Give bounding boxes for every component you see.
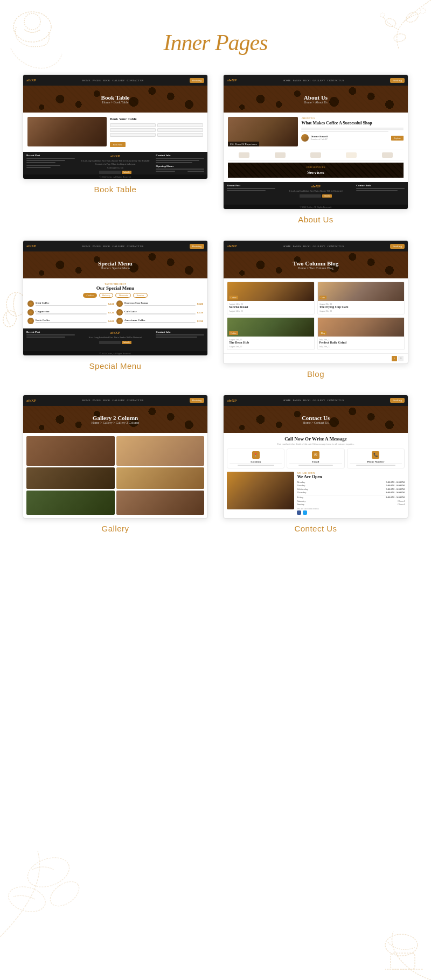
form-input bbox=[157, 123, 203, 127]
form-input bbox=[110, 133, 156, 137]
mock-nav-about: afeXP HOME PAGES BLOG GALLERY CONTACT US… bbox=[224, 75, 408, 86]
blog-post-info-4: July 28th, 22 Perfect Daily Grind July 2… bbox=[318, 337, 405, 349]
menu-tab-snacks[interactable]: Snacks bbox=[133, 293, 147, 298]
mockup-blog: afeXP HOME PAGES BLOG GALLERY CONTACT US… bbox=[223, 240, 408, 364]
svg-rect-13 bbox=[391, 953, 415, 969]
brand-logo-4 bbox=[346, 152, 357, 158]
services-section: OUR SERVICES Services bbox=[228, 163, 404, 178]
menu-item-icon bbox=[116, 300, 123, 307]
footer-col-recent: Recent Post bbox=[26, 154, 75, 169]
footer-col-contact-about: Contact Info bbox=[356, 184, 405, 192]
form-row-2 bbox=[110, 128, 203, 132]
menu-item-info: Irish Coffee bbox=[36, 302, 107, 306]
hero-title-about: About Us bbox=[304, 94, 328, 101]
gallery-image-6 bbox=[116, 491, 205, 515]
contact-card-email: ✉ Email bbox=[287, 449, 344, 468]
book-now-btn[interactable]: Book Now bbox=[110, 142, 126, 147]
explore-btn[interactable]: Explore bbox=[391, 136, 404, 141]
mock-booking-btn: Booking bbox=[190, 78, 204, 83]
contact-card-location-label: Location bbox=[230, 460, 282, 463]
book-form-image bbox=[27, 117, 107, 146]
menu-item-icon bbox=[27, 300, 34, 307]
gallery-item-6[interactable] bbox=[116, 491, 205, 515]
hours-row-3: Thursday 8:00AM - 9:00PM bbox=[297, 491, 405, 494]
blog-post-image-3: Coffee bbox=[227, 318, 314, 337]
menu-item: Cafe Latte $3.50 bbox=[116, 309, 203, 316]
brand-logo-2 bbox=[275, 152, 286, 158]
mock-logo-about: afeXP bbox=[227, 78, 237, 82]
contact-content: Call Now Or Write A Message Find email a… bbox=[224, 433, 408, 519]
phone-icon: 📞 bbox=[372, 451, 379, 459]
mock-nav-menu: afeXP HOME PAGES BLOG GALLERY CONTACT US… bbox=[23, 241, 207, 251]
card-label-menu: Special Menu bbox=[89, 361, 142, 370]
menu-item: Cappuccino $3.20 bbox=[27, 309, 114, 316]
blog-post-image-2: Cafe bbox=[318, 282, 405, 301]
mock-hero-about: About Us Home > About Us bbox=[224, 86, 408, 113]
gallery-item-3[interactable] bbox=[26, 467, 115, 489]
gallery-image-5 bbox=[26, 491, 115, 515]
brand-logo-5 bbox=[382, 152, 393, 158]
form-row-3 bbox=[110, 133, 203, 137]
form-row-1 bbox=[110, 123, 203, 127]
mockup-gallery: afeXP HOME PAGES BLOG GALLERY CONTACT US… bbox=[23, 395, 208, 519]
open-hours-info: WE ARE OPEN We Are Open Monday 7:00AM - … bbox=[297, 472, 405, 515]
subscribe-btn[interactable]: Subscribe bbox=[122, 171, 131, 174]
blog-post-3[interactable]: Coffee August 2nd, 22 The Bean Hub Augus… bbox=[227, 317, 315, 350]
svg-point-11 bbox=[46, 877, 84, 911]
menu-tab-bakery[interactable]: Bakery bbox=[99, 293, 113, 298]
blog-post-info-2: August 8th, 22 The Flying Cup Cafe Augus… bbox=[318, 301, 405, 314]
form-input bbox=[110, 128, 156, 132]
blog-post-2[interactable]: Cafe August 8th, 22 The Flying Cup Cafe … bbox=[317, 282, 405, 314]
blog-post-4[interactable]: Blog July 28th, 22 Perfect Daily Grind J… bbox=[317, 317, 405, 350]
contact-info-cards: 📍 Location ✉ Email 📞 Phone Number bbox=[227, 449, 405, 468]
form-input bbox=[110, 123, 156, 127]
mock-nav-gallery: afeXP HOME PAGES BLOG GALLERY CONTACT US… bbox=[23, 395, 207, 406]
card-label-contact: Contect Us bbox=[294, 524, 337, 533]
about-text: ABOUT US What Makes Coffee A Successful … bbox=[301, 117, 404, 146]
hours-row-0: Monday 7:00AM - 8:00PM bbox=[297, 481, 405, 484]
blog-post-info-3: August 2nd, 22 The Bean Hub August 2nd, … bbox=[227, 337, 314, 349]
blog-post-info-1: August 14th, 22 Sunrise Roast August 14t… bbox=[227, 301, 314, 314]
menu-tab-coffee[interactable]: Coffee bbox=[83, 293, 97, 298]
mock-nav-links-about: HOME PAGES BLOG GALLERY CONTACT US bbox=[283, 79, 344, 82]
mock-nav-links: HOME PAGES BLOG GALLERY CONTACT US bbox=[82, 79, 144, 82]
menu-item-icon bbox=[116, 309, 123, 316]
page-title: Inner Pages bbox=[0, 30, 431, 55]
blog-post-image-1: Coffee bbox=[227, 282, 314, 301]
hero-title: Book Table bbox=[101, 94, 130, 101]
brand-logo-3 bbox=[310, 152, 321, 158]
subscribe-input bbox=[99, 171, 121, 174]
blog-post-1[interactable]: Coffee August 14th, 22 Sunrise Roast Aug… bbox=[227, 282, 315, 314]
mock-hero-menu: Special Menu Home > Special Menu bbox=[23, 251, 207, 278]
gallery-item-1[interactable] bbox=[26, 436, 115, 466]
hours-row-2: Wednesday 7:00AM - 8:00PM bbox=[297, 488, 405, 491]
social-icons bbox=[297, 510, 405, 515]
contact-card-location: 📍 Location bbox=[227, 449, 284, 468]
about-heading: What Makes Coffee A Successful Shop bbox=[301, 121, 404, 126]
footer-center: afeXP It is a Long Established Fact That… bbox=[79, 154, 152, 174]
about-tag: ABOUT US bbox=[301, 117, 404, 120]
twitter-icon[interactable] bbox=[303, 510, 307, 515]
card-label-blog: Blog bbox=[307, 369, 324, 379]
blog-category-badge: Blog bbox=[319, 331, 327, 335]
mock-booking-about: Booking bbox=[390, 78, 405, 83]
gallery-item-2[interactable] bbox=[116, 436, 205, 466]
gallery-item-4[interactable] bbox=[116, 467, 205, 489]
blog-category-badge: Cafe bbox=[319, 296, 327, 299]
open-hours-section: WE ARE OPEN We Are Open Monday 7:00AM - … bbox=[227, 472, 405, 515]
mock-logo: afeXP bbox=[26, 78, 36, 82]
footer-copyright-about: © 2022 Coffee, All Rights Reserved. bbox=[224, 205, 408, 209]
menu-item: Latte Coffee $4.00 bbox=[27, 318, 114, 324]
email-icon: ✉ bbox=[312, 451, 319, 459]
brand-logos bbox=[228, 150, 404, 160]
gallery-grid bbox=[23, 433, 207, 518]
form-title: Book Your Table bbox=[110, 117, 203, 121]
hours-row-5: Saturday Closed bbox=[297, 500, 405, 502]
gallery-item-5[interactable] bbox=[26, 491, 115, 515]
mockup-special-menu: afeXP HOME PAGES BLOG GALLERY CONTACT US… bbox=[23, 240, 208, 356]
contact-title: Call Now Or Write A Message bbox=[227, 436, 405, 442]
menu-tab-desserts[interactable]: Desserts bbox=[115, 293, 131, 298]
facebook-icon[interactable] bbox=[297, 510, 301, 515]
footer-col-contact: Contact Info Opening Hours bbox=[156, 154, 204, 173]
svg-point-10 bbox=[5, 883, 48, 916]
